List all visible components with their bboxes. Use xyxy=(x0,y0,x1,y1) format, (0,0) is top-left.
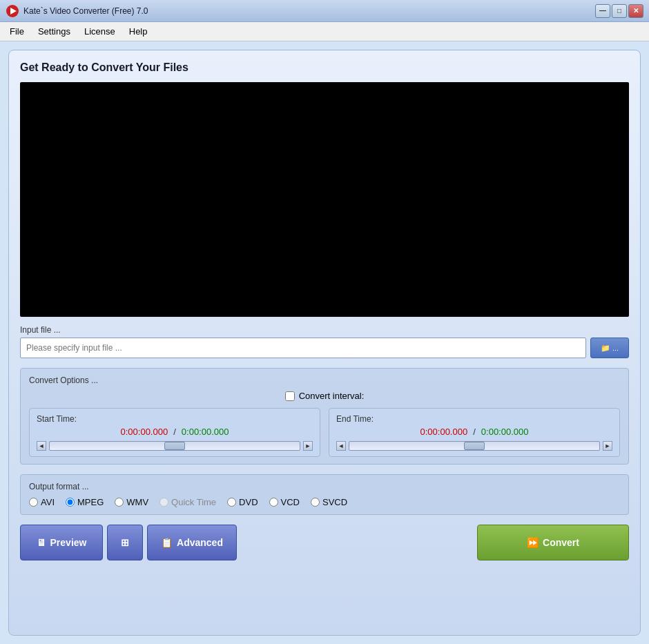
close-button[interactable]: ✕ xyxy=(628,4,643,18)
preview-label: Preview xyxy=(50,537,87,548)
start-time-sep: / xyxy=(173,427,176,437)
format-avi-label: AVI xyxy=(41,497,55,507)
menu-license[interactable]: License xyxy=(77,23,122,39)
start-time-green: 0:00:00.000 xyxy=(182,427,229,437)
output-format-panel: Output format ... AVI MPEG WMV Quick Tim… xyxy=(20,474,629,515)
panel-title: Get Ready to Convert Your Files xyxy=(20,61,629,74)
preview-icon: 🖥 xyxy=(37,537,46,548)
end-time-values: 0:00:00.000 / 0:00:00.000 xyxy=(336,427,612,437)
start-time-slider-row: ◄ ► xyxy=(37,441,313,451)
convert-options-panel: Convert Options ... Convert interval: St… xyxy=(20,368,629,465)
input-file-label: Input file ... xyxy=(20,325,629,335)
format-mpeg-label: MPEG xyxy=(77,497,104,507)
advanced-icon: 📋 xyxy=(161,537,173,548)
grid-icon: ⊞ xyxy=(121,537,129,548)
format-avi-radio[interactable] xyxy=(29,498,38,507)
input-file-row: 📁 ... xyxy=(20,338,629,358)
bottom-buttons: 🖥 Preview ⊞ 📋 Advanced ⏩ Convert xyxy=(20,525,629,560)
format-dvd-radio[interactable] xyxy=(227,498,236,507)
format-mpeg-radio[interactable] xyxy=(66,498,75,507)
format-wmv-label: WMV xyxy=(126,497,148,507)
start-slider-thumb xyxy=(164,442,185,450)
start-slider-right-arrow[interactable]: ► xyxy=(303,441,313,451)
format-wmv[interactable]: WMV xyxy=(115,497,148,507)
minimize-button[interactable]: — xyxy=(595,4,610,18)
start-time-section: Start Time: 0:00:00.000 / 0:00:00.000 ◄ … xyxy=(29,408,320,457)
format-options: AVI MPEG WMV Quick Time DVD xyxy=(29,497,620,507)
menu-help[interactable]: Help xyxy=(122,23,155,39)
extra-button[interactable]: ⊞ xyxy=(107,525,143,560)
app-icon xyxy=(6,4,19,18)
menu-file[interactable]: File xyxy=(3,23,31,39)
browse-button[interactable]: 📁 ... xyxy=(590,338,629,358)
advanced-label: Advanced xyxy=(177,537,223,548)
format-wmv-radio[interactable] xyxy=(115,498,124,507)
title-bar-left: Kate`s Video Converter (Free) 7.0 xyxy=(6,4,148,18)
window-controls: — □ ✕ xyxy=(595,4,643,18)
format-quicktime: Quick Time xyxy=(159,497,216,507)
convert-interval-label: Convert interval: xyxy=(299,391,365,401)
start-slider-left-arrow[interactable]: ◄ xyxy=(37,441,46,451)
start-time-slider[interactable] xyxy=(49,441,300,451)
title-bar: Kate`s Video Converter (Free) 7.0 — □ ✕ xyxy=(0,0,649,22)
format-vcd[interactable]: VCD xyxy=(269,497,300,507)
end-time-slider[interactable] xyxy=(349,441,600,451)
advanced-button[interactable]: 📋 Advanced xyxy=(147,525,237,560)
main-container: Get Ready to Convert Your Files Input fi… xyxy=(0,41,649,644)
format-svcd[interactable]: SVCD xyxy=(311,497,347,507)
convert-icon: ⏩ xyxy=(527,537,539,548)
format-svcd-label: SVCD xyxy=(322,497,347,507)
format-vcd-radio[interactable] xyxy=(269,498,278,507)
convert-options-label: Convert Options ... xyxy=(29,375,620,385)
end-time-green: 0:00:00.000 xyxy=(481,427,529,437)
format-quicktime-radio xyxy=(159,498,168,507)
folder-icon: 📁 xyxy=(601,344,610,353)
convert-label: Convert xyxy=(543,537,579,548)
video-preview xyxy=(20,82,629,317)
menu-bar: File Settings License Help xyxy=(0,22,649,41)
format-vcd-label: VCD xyxy=(281,497,300,507)
end-time-red: 0:00:00.000 xyxy=(420,427,468,437)
end-slider-left-arrow[interactable]: ◄ xyxy=(336,441,346,451)
format-dvd[interactable]: DVD xyxy=(227,497,258,507)
input-file-field[interactable] xyxy=(20,338,586,358)
end-time-slider-row: ◄ ► xyxy=(336,441,612,451)
start-time-label: Start Time: xyxy=(37,414,313,424)
time-sections: Start Time: 0:00:00.000 / 0:00:00.000 ◄ … xyxy=(29,408,620,457)
end-slider-thumb xyxy=(464,442,485,450)
window-title: Kate`s Video Converter (Free) 7.0 xyxy=(23,6,148,16)
format-dvd-label: DVD xyxy=(239,497,258,507)
end-time-sep: / xyxy=(473,427,476,437)
browse-label: ... xyxy=(612,344,619,352)
end-time-label: End Time: xyxy=(336,414,612,424)
format-quicktime-label: Quick Time xyxy=(171,497,216,507)
start-time-red: 0:00:00.000 xyxy=(121,427,168,437)
format-svcd-radio[interactable] xyxy=(311,498,320,507)
app-panel: Get Ready to Convert Your Files Input fi… xyxy=(8,50,641,636)
end-time-section: End Time: 0:00:00.000 / 0:00:00.000 ◄ ► xyxy=(329,408,620,457)
preview-button[interactable]: 🖥 Preview xyxy=(20,525,103,560)
maximize-button[interactable]: □ xyxy=(612,4,627,18)
convert-interval-checkbox[interactable] xyxy=(285,391,295,401)
start-time-values: 0:00:00.000 / 0:00:00.000 xyxy=(37,427,313,437)
convert-interval-row: Convert interval: xyxy=(29,391,620,401)
end-slider-right-arrow[interactable]: ► xyxy=(603,441,612,451)
menu-settings[interactable]: Settings xyxy=(31,23,77,39)
format-avi[interactable]: AVI xyxy=(29,497,55,507)
btn-left-group: 🖥 Preview ⊞ 📋 Advanced xyxy=(20,525,237,560)
output-format-label: Output format ... xyxy=(29,482,620,491)
convert-button[interactable]: ⏩ Convert xyxy=(477,525,629,560)
format-mpeg[interactable]: MPEG xyxy=(66,497,104,507)
